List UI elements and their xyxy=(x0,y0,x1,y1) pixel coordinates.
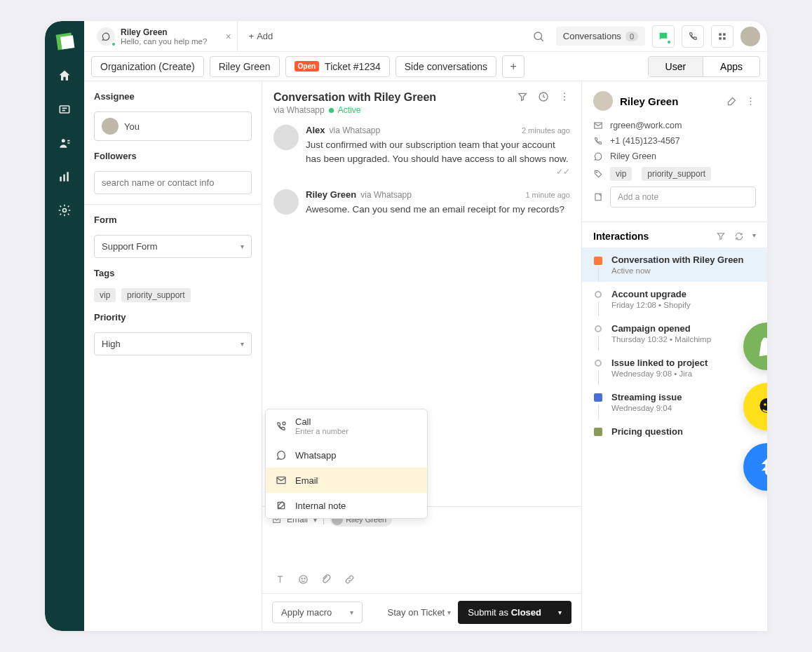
interactions-timeline: Conversation with Riley GreenActive nowA… xyxy=(582,247,767,631)
filter-icon[interactable] xyxy=(517,91,528,102)
tab-ticket[interactable]: Open Ticket #1234 xyxy=(285,56,390,77)
interaction-item[interactable]: Streaming issueWednesday 9:04 xyxy=(582,385,767,419)
jira-badge[interactable] xyxy=(743,443,767,491)
conversations-button[interactable]: Conversations 0 xyxy=(556,27,645,46)
ticket-properties-panel: Assignee You Followers Form Support Form… xyxy=(84,81,262,631)
link-icon[interactable] xyxy=(344,574,355,585)
tab-subtitle: Hello, can you help me? xyxy=(121,37,207,46)
tags-list: vip priority_support xyxy=(94,288,252,302)
chevron-down-icon[interactable]: ▾ xyxy=(752,231,756,241)
interaction-item[interactable]: Issue linked to projectWednesday 9:08 • … xyxy=(582,351,767,385)
tab-apps[interactable]: Apps xyxy=(703,57,759,76)
svg-rect-0 xyxy=(60,106,69,113)
tag-pill[interactable]: priority_support xyxy=(121,288,191,302)
svg-point-24 xyxy=(302,578,302,579)
stay-on-ticket-select[interactable]: Stay on Ticket▾ xyxy=(388,607,452,618)
customer-avatar xyxy=(593,91,613,111)
assignee-field[interactable]: You xyxy=(94,111,252,141)
shopify-badge[interactable] xyxy=(743,322,767,370)
text-format-icon[interactable] xyxy=(275,574,285,585)
phone-icon xyxy=(593,136,603,146)
channel-dropdown: CallEnter a number Whatsapp Email Intern… xyxy=(265,409,428,519)
close-tab-button[interactable]: × xyxy=(225,31,231,42)
svg-rect-8 xyxy=(67,172,69,181)
add-tab-button[interactable]: + Add xyxy=(243,28,279,44)
user-avatar[interactable] xyxy=(740,27,760,46)
svg-point-27 xyxy=(750,100,752,102)
assignee-label: Assignee xyxy=(94,91,252,102)
tab-user[interactable]: User xyxy=(649,57,703,76)
tab-customer-name: Riley Green xyxy=(121,27,207,37)
home-icon[interactable] xyxy=(57,69,72,83)
emoji-icon[interactable] xyxy=(298,574,309,585)
channel-option-note[interactable]: Internal note xyxy=(266,493,427,518)
message-avatar xyxy=(273,125,299,150)
chat-icon[interactable] xyxy=(652,25,675,48)
conversation-title: Conversation with Riley Green xyxy=(273,91,436,104)
whatsapp-icon xyxy=(593,151,603,161)
compose-area: Email ▾ | Riley Green xyxy=(262,506,581,593)
whatsapp-row: Riley Green xyxy=(593,151,756,161)
channel-option-call[interactable]: CallEnter a number xyxy=(266,409,427,442)
search-icon[interactable] xyxy=(532,30,545,43)
svg-point-3 xyxy=(62,139,65,142)
reports-icon[interactable] xyxy=(57,170,72,184)
customers-icon[interactable] xyxy=(57,136,72,150)
channel-option-email[interactable]: Email xyxy=(266,468,427,493)
more-icon[interactable] xyxy=(559,91,570,102)
svg-point-30 xyxy=(596,172,597,172)
tag-pill[interactable]: vip xyxy=(94,288,116,302)
svg-point-20 xyxy=(283,422,285,425)
phone-icon[interactable] xyxy=(682,25,704,48)
tickets-icon[interactable] xyxy=(57,102,72,116)
interaction-item[interactable]: Conversation with Riley GreenActive now xyxy=(582,247,767,282)
context-tabs: Organization (Create) Riley Green Open T… xyxy=(84,52,767,81)
tab-side-conversations[interactable]: Side conversations xyxy=(395,56,496,77)
submit-button[interactable]: Submit as Closed ▾ xyxy=(458,601,571,624)
svg-rect-13 xyxy=(723,33,726,36)
priority-select[interactable]: High▾ xyxy=(94,332,252,355)
app-sidebar xyxy=(45,21,84,631)
customer-panel: Riley Green rgreen@work.com +1 (415)123-… xyxy=(582,81,767,631)
chevron-down-icon: ▾ xyxy=(558,609,562,616)
customer-name: Riley Green xyxy=(620,95,719,107)
note-icon xyxy=(593,192,603,202)
conversation-panel: Conversation with Riley Green via Whatsa… xyxy=(262,81,582,631)
interaction-item[interactable]: Account upgradeFriday 12:08 • Shopify xyxy=(582,282,767,316)
svg-line-11 xyxy=(541,39,543,41)
footer-bar: Apply macro▾ Stay on Ticket▾ Submit as C… xyxy=(262,593,581,631)
whatsapp-icon xyxy=(97,27,115,46)
add-note-input[interactable]: Add a note xyxy=(610,186,756,208)
add-subtab-button[interactable]: + xyxy=(502,55,525,78)
message-avatar xyxy=(273,189,299,215)
assignee-avatar xyxy=(102,118,119,135)
more-icon[interactable] xyxy=(745,96,756,107)
conversation-channel: via Whatsapp xyxy=(273,105,325,115)
svg-point-17 xyxy=(564,93,565,94)
settings-icon[interactable] xyxy=(57,203,72,217)
edit-icon[interactable] xyxy=(726,96,737,107)
tab-person[interactable]: Riley Green xyxy=(210,56,280,77)
active-ticket-tab[interactable]: Riley Green Hello, can you help me? × xyxy=(91,21,238,51)
interaction-item[interactable]: Campaign openedThursday 10:32 • Mailchim… xyxy=(582,316,767,351)
interactions-title: Interactions xyxy=(593,231,649,242)
followers-search[interactable] xyxy=(102,177,244,188)
svg-point-33 xyxy=(764,403,766,406)
tag-icon xyxy=(593,169,603,179)
channel-option-whatsapp[interactable]: Whatsapp xyxy=(266,442,427,468)
mailchimp-badge[interactable] xyxy=(743,383,767,430)
attachment-icon[interactable] xyxy=(321,574,332,585)
refresh-icon[interactable] xyxy=(734,231,744,241)
interaction-item[interactable]: Pricing question xyxy=(582,419,767,444)
apply-macro-button[interactable]: Apply macro▾ xyxy=(272,602,363,623)
form-select[interactable]: Support Form▾ xyxy=(94,235,252,258)
chevron-down-icon: ▾ xyxy=(350,609,353,616)
svg-rect-14 xyxy=(719,37,722,40)
followers-input[interactable] xyxy=(94,171,252,194)
followers-label: Followers xyxy=(94,151,252,161)
apps-grid-icon[interactable] xyxy=(711,25,733,48)
tab-organization[interactable]: Organization (Create) xyxy=(91,56,204,77)
history-icon[interactable] xyxy=(538,91,549,102)
svg-point-23 xyxy=(299,576,307,583)
filter-icon[interactable] xyxy=(716,231,726,241)
